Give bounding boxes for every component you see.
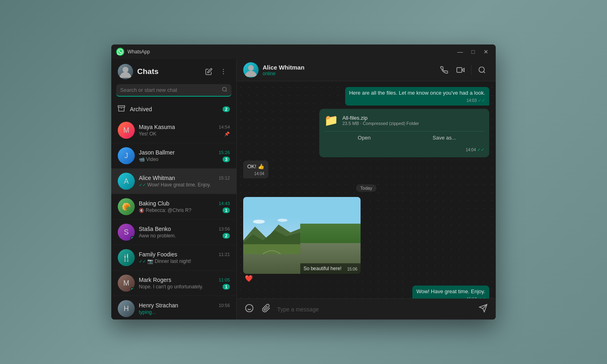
chat-name-row-jason: Jason Ballmer 15:26 bbox=[139, 149, 230, 156]
emoji-button[interactable] bbox=[243, 302, 255, 316]
title-bar-controls: — □ ✕ bbox=[455, 47, 491, 57]
heart-reaction-icon: ❤️ bbox=[245, 275, 253, 282]
chat-name-row-mark: Mark Rogers 11:05 bbox=[139, 277, 230, 283]
bubble-meta-received-1: 14:04 bbox=[247, 171, 264, 177]
chat-time-mark: 11:05 bbox=[219, 277, 230, 282]
chat-name-baking: Baking Club bbox=[139, 200, 170, 207]
chat-header-avatar[interactable] bbox=[243, 62, 259, 78]
bubble-time-sent-1: 14:03 bbox=[467, 98, 477, 104]
file-details: All-files.zip 23.5 MB · Compressed (zipp… bbox=[342, 115, 419, 126]
title-bar: WhatsApp — □ ✕ bbox=[111, 44, 496, 59]
svg-point-10 bbox=[479, 67, 484, 72]
chat-preview-stasa: Aww no problem. bbox=[139, 233, 223, 239]
double-check-icon-family: ✓✓ bbox=[139, 259, 146, 264]
chat-name-row-alice: Alice Whitman 15:12 bbox=[139, 175, 230, 181]
chat-area: Alice Whitman online bbox=[237, 59, 496, 320]
bubble-sent-2: Wow! Have great time. Enjoy. 15:12 ✓✓ bbox=[412, 286, 489, 298]
avatar-initials-family: 🍴 bbox=[118, 249, 135, 266]
msg-row-sent-1: Here are all the files. Let me know once… bbox=[243, 87, 489, 106]
avatar-henry: H bbox=[118, 300, 135, 317]
header-divider bbox=[471, 65, 471, 75]
svg-point-2 bbox=[223, 71, 224, 72]
voice-call-button[interactable] bbox=[437, 63, 452, 77]
svg-point-4 bbox=[223, 87, 226, 91]
chat-preview-jason: 📹 Video bbox=[139, 157, 223, 162]
chat-item-jason[interactable]: J Jason Ballmer 15:26 📹 Video 3 bbox=[111, 143, 236, 169]
chat-preview-row-stasa: Aww no problem. 2 bbox=[139, 233, 230, 239]
chat-item-maya[interactable]: M Maya Kasuma 14:54 Yes! OK 📌 bbox=[111, 118, 236, 143]
chat-header-info: Alice Whitman online bbox=[263, 64, 433, 76]
chat-header: Alice Whitman online bbox=[237, 59, 496, 81]
image-caption-bar: So beautiful here! 15:06 bbox=[300, 263, 361, 274]
chat-preview-alice: ✓✓ Wow! Have great time. Enjoy. bbox=[139, 182, 230, 188]
bubble-text-received-1: OK! 👍 bbox=[247, 163, 264, 169]
app-window: WhatsApp — □ ✕ Chats bbox=[111, 44, 496, 320]
chat-item-stasa[interactable]: S Staša Benko 13:56 Aww no problem. 2 bbox=[111, 220, 236, 245]
user-avatar[interactable] bbox=[118, 64, 133, 79]
send-button[interactable] bbox=[477, 302, 489, 316]
file-bubble-time: 14:04 bbox=[466, 148, 476, 152]
close-button[interactable]: ✕ bbox=[481, 47, 491, 57]
avatar-initials-henry: H bbox=[118, 300, 135, 317]
chat-info-henry: Henry Strachan 10:56 typing... bbox=[139, 302, 230, 315]
chat-preview-row-mark: Nope. I can't go unfortunately. 1 bbox=[139, 284, 230, 290]
svg-point-1 bbox=[223, 69, 224, 70]
file-info-row: 📁 All-files.zip 23.5 MB · Compressed (zi… bbox=[324, 114, 484, 127]
archived-row[interactable]: Archived 2 bbox=[111, 101, 236, 118]
chat-info-family: Family Foodies 11:21 ✓✓ 📷 Dinner last ni… bbox=[139, 251, 230, 264]
chat-right-mark: 1 bbox=[223, 284, 230, 290]
chat-preview-row-henry: typing... bbox=[139, 309, 230, 315]
archived-label: Archived bbox=[130, 106, 218, 112]
online-indicator-stasa bbox=[130, 236, 134, 240]
chat-name-family: Family Foodies bbox=[139, 251, 177, 258]
search-icon bbox=[222, 87, 227, 93]
file-bubble-meta: 14:04 ✓✓ bbox=[324, 145, 484, 152]
online-indicator-mark bbox=[130, 287, 134, 291]
chat-item-family[interactable]: 🍴 Family Foodies 11:21 ✓✓ 📷 Dinner last … bbox=[111, 245, 236, 271]
minimize-button[interactable]: — bbox=[455, 47, 465, 57]
search-chat-button[interactable] bbox=[475, 63, 489, 77]
file-size: 23.5 MB · Compressed (zipped) Folder bbox=[342, 121, 419, 126]
chat-item-mark[interactable]: M Mark Rogers 11:05 Nope. I can't go unf… bbox=[111, 271, 236, 296]
attach-button[interactable] bbox=[260, 302, 272, 316]
image-bubble[interactable]: So beautiful here! 15:06 bbox=[243, 197, 361, 274]
msg-row-received-1: OK! 👍 14:04 bbox=[243, 161, 489, 178]
image-reaction: ❤️ bbox=[243, 275, 361, 282]
video-call-button[interactable] bbox=[453, 63, 468, 77]
chat-right-jason: 3 bbox=[223, 157, 230, 162]
menu-button[interactable] bbox=[217, 65, 230, 78]
avatar-baking: 🥐 bbox=[118, 198, 135, 215]
chat-item-alice[interactable]: A Alice Whitman 15:12 ✓✓ Wow! Have great… bbox=[111, 169, 236, 194]
app-title: WhatsApp bbox=[127, 49, 150, 55]
svg-point-3 bbox=[223, 73, 224, 74]
chat-name-row-maya: Maya Kasuma 14:54 bbox=[139, 124, 230, 130]
chat-header-actions bbox=[437, 63, 489, 77]
search-input[interactable] bbox=[120, 87, 219, 93]
chat-info-mark: Mark Rogers 11:05 Nope. I can't go unfor… bbox=[139, 277, 230, 290]
chat-preview-row-maya: Yes! OK 📌 bbox=[139, 131, 230, 137]
chat-item-baking[interactable]: 🥐 Baking Club 14:43 🔇 Rebecca: @Chris R? bbox=[111, 194, 236, 220]
chat-item-henry[interactable]: H Henry Strachan 10:56 typing... bbox=[111, 296, 236, 320]
image-caption-time: 15:06 bbox=[347, 267, 357, 271]
svg-point-16 bbox=[278, 218, 287, 222]
chat-name-row-family: Family Foodies 11:21 bbox=[139, 251, 230, 258]
chat-time-henry: 10:56 bbox=[219, 303, 230, 308]
compose-button[interactable] bbox=[202, 65, 215, 78]
avatar-maya: M bbox=[118, 122, 135, 139]
chat-name-alice: Alice Whitman bbox=[139, 175, 175, 181]
contact-name: Alice Whitman bbox=[263, 64, 433, 71]
messages-area: Here are all the files. Let me know once… bbox=[237, 81, 496, 298]
sidebar-title: Chats bbox=[137, 67, 198, 76]
avatar-stasa: S bbox=[118, 224, 135, 241]
open-file-button[interactable]: Open bbox=[324, 131, 404, 144]
mute-icon: 🔇 bbox=[139, 208, 144, 213]
chat-time-baking: 14:43 bbox=[219, 201, 230, 206]
save-as-button[interactable]: Save as... bbox=[404, 131, 484, 144]
message-input[interactable] bbox=[277, 306, 472, 313]
archived-badge: 2 bbox=[223, 106, 230, 112]
file-folder-icon: 📁 bbox=[324, 114, 338, 127]
sidebar: Chats bbox=[111, 59, 237, 320]
maximize-button[interactable]: □ bbox=[468, 47, 478, 57]
chat-preview-baking: 🔇 Rebecca: @Chris R? bbox=[139, 207, 223, 213]
chat-time-maya: 14:54 bbox=[219, 125, 230, 129]
